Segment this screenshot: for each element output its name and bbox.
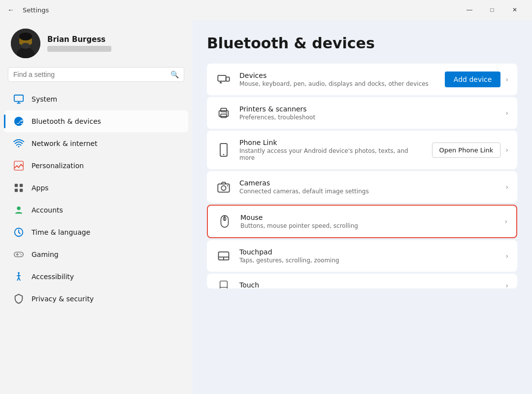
cameras-text: Cameras Connected cameras, default image…: [239, 179, 498, 195]
sidebar-label-gaming: Gaming: [32, 251, 59, 258]
sidebar-item-personalization[interactable]: Personalization: [4, 155, 188, 177]
mouse-action: ›: [504, 217, 507, 225]
window-controls: — □ ✕: [458, 2, 526, 18]
svg-point-24: [20, 253, 21, 254]
sidebar-label-personalization: Personalization: [32, 162, 84, 170]
sidebar-item-apps[interactable]: Apps: [4, 177, 188, 199]
svg-point-17: [17, 207, 20, 210]
app-body: Brian Burgess 🔍 Sys: [0, 20, 532, 394]
svg-point-38: [226, 112, 227, 113]
touch-chevron: ›: [505, 282, 508, 288]
phonelink-row[interactable]: Phone Link Instantly access your Android…: [207, 131, 517, 169]
maximize-button[interactable]: □: [481, 2, 503, 18]
phone-icon: [216, 142, 232, 158]
cameras-subtitle: Connected cameras, default image setting…: [239, 188, 498, 195]
mouse-subtitle: Buttons, mouse pointer speed, scrolling: [240, 222, 497, 229]
cameras-row[interactable]: Cameras Connected cameras, default image…: [207, 171, 517, 203]
user-email: [47, 46, 111, 52]
phonelink-action: Open Phone Link ›: [432, 143, 509, 158]
svg-rect-16: [20, 189, 23, 192]
camera-icon: [216, 179, 232, 195]
mouse-row[interactable]: Mouse Buttons, mouse pointer speed, scro…: [208, 206, 516, 237]
cameras-card: Cameras Connected cameras, default image…: [207, 171, 517, 203]
touch-row[interactable]: Touch ›: [207, 274, 517, 288]
privacy-icon: [13, 293, 25, 305]
mouse-chevron: ›: [504, 217, 507, 225]
printers-title: Printers & scanners: [239, 105, 498, 113]
sidebar-label-bluetooth: Bluetooth & devices: [32, 117, 101, 125]
touchpad-title: Touchpad: [239, 248, 498, 256]
touchpad-chevron: ›: [505, 252, 508, 260]
sidebar-label-accessibility: Accessibility: [32, 273, 74, 281]
touchpad-card: Touchpad Taps, gestures, scrolling, zoom…: [207, 240, 517, 272]
add-device-button[interactable]: Add device: [445, 72, 501, 87]
svg-rect-37: [221, 108, 227, 112]
cameras-title: Cameras: [239, 179, 498, 187]
touchpad-icon: [216, 248, 232, 264]
user-info: Brian Burgess: [47, 35, 111, 52]
back-button[interactable]: ←: [4, 3, 18, 17]
sidebar-scroll-area: System ⎇ Bluetooth & devices: [0, 88, 192, 394]
mouse-icon: [217, 214, 233, 229]
personalization-icon: [13, 160, 25, 172]
search-icon: 🔍: [170, 71, 179, 78]
sidebar-item-system[interactable]: System: [4, 88, 188, 110]
sidebar-item-accounts[interactable]: Accounts: [4, 199, 188, 221]
svg-point-3: [19, 33, 32, 40]
sidebar-item-privacy[interactable]: Privacy & security: [4, 288, 188, 310]
devices-card: Devices Mouse, keyboard, pen, audio, dis…: [207, 64, 517, 95]
svg-point-40: [223, 154, 224, 155]
svg-point-43: [227, 185, 228, 186]
phonelink-card: Phone Link Instantly access your Android…: [207, 131, 517, 169]
sidebar-label-time: Time & language: [32, 228, 90, 236]
user-name: Brian Burgess: [47, 35, 111, 44]
touchpad-row[interactable]: Touchpad Taps, gestures, scrolling, zoom…: [207, 240, 517, 272]
search-container: 🔍: [0, 67, 192, 88]
avatar-image: [11, 29, 40, 58]
svg-rect-32: [226, 77, 230, 81]
sidebar-label-system: System: [32, 95, 57, 103]
svg-rect-31: [218, 75, 226, 81]
printers-row[interactable]: Printers & scanners Preferences, trouble…: [207, 97, 517, 129]
search-box: 🔍: [8, 67, 184, 82]
touch-text: Touch: [239, 281, 498, 288]
mouse-title: Mouse: [240, 214, 497, 221]
close-button[interactable]: ✕: [503, 2, 526, 18]
svg-point-26: [18, 272, 20, 274]
printers-subtitle: Preferences, troubleshoot: [239, 114, 498, 121]
touch-title: Touch: [239, 281, 498, 288]
printers-card: Printers & scanners Preferences, trouble…: [207, 97, 517, 129]
devices-action: Add device ›: [445, 72, 508, 87]
search-input[interactable]: [13, 71, 166, 78]
devices-chevron: ›: [505, 75, 508, 83]
user-profile: Brian Burgess: [0, 20, 192, 67]
page-title: Bluetooth & devices: [207, 35, 517, 52]
touchpad-text: Touchpad Taps, gestures, scrolling, zoom…: [239, 248, 498, 264]
mouse-text: Mouse Buttons, mouse pointer speed, scro…: [240, 214, 497, 229]
touchpad-action: ›: [505, 252, 508, 260]
sidebar-item-accessibility[interactable]: Accessibility: [4, 266, 188, 287]
touch-card: Touch ›: [207, 274, 517, 288]
mouse-card: Mouse Buttons, mouse pointer speed, scro…: [207, 205, 517, 238]
printers-action: ›: [505, 109, 508, 117]
sidebar-item-bluetooth[interactable]: ⎇ Bluetooth & devices: [4, 110, 188, 132]
minimize-button[interactable]: —: [458, 2, 481, 18]
touch-icon: [216, 278, 232, 288]
open-phone-button[interactable]: Open Phone Link: [432, 143, 501, 158]
svg-rect-13: [15, 184, 18, 187]
sidebar-item-network[interactable]: Network & internet: [4, 133, 188, 154]
sidebar-item-time[interactable]: Time & language: [4, 221, 188, 243]
network-icon: [13, 138, 25, 149]
bluetooth-icon: ⎇: [13, 115, 25, 127]
printers-text: Printers & scanners Preferences, trouble…: [239, 105, 498, 121]
devices-subtitle: Mouse, keyboard, pen, audio, displays an…: [239, 80, 437, 87]
devices-row[interactable]: Devices Mouse, keyboard, pen, audio, dis…: [207, 64, 517, 95]
avatar: [11, 29, 40, 58]
sidebar-item-gaming[interactable]: Gaming: [4, 244, 188, 265]
devices-text: Devices Mouse, keyboard, pen, audio, dis…: [239, 72, 437, 87]
svg-rect-6: [14, 95, 23, 102]
cameras-action: ›: [505, 183, 508, 191]
svg-point-42: [221, 186, 226, 190]
sidebar-label-network: Network & internet: [32, 140, 98, 147]
system-icon: [13, 93, 25, 105]
